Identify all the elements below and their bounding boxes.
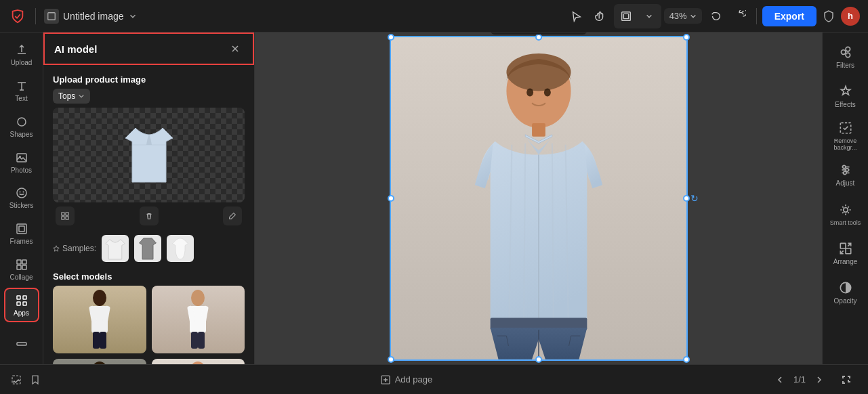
- canvas-area[interactable]: Page 1 ↻: [255, 32, 822, 364]
- canvas-frame[interactable]: ↻: [390, 36, 688, 361]
- upload-area[interactable]: [53, 108, 245, 202]
- svg-point-44: [190, 362, 205, 364]
- model-card-2[interactable]: [152, 286, 245, 353]
- svg-point-72: [841, 50, 846, 55]
- sidebar-item-stickers[interactable]: Stickers: [4, 181, 39, 215]
- svg-point-80: [846, 169, 848, 171]
- right-item-opacity[interactable]: Opacity: [827, 273, 865, 311]
- handle-bm[interactable]: [535, 356, 542, 363]
- sidebar-item-shapes[interactable]: Shapes: [4, 109, 39, 144]
- model-preview: [391, 37, 686, 359]
- right-panel: Filters Effects Remove backgr... Adjust …: [822, 32, 868, 364]
- handle-tm[interactable]: [535, 34, 542, 41]
- topbar: Untitled image 43%: [0, 0, 868, 32]
- svg-rect-30: [93, 332, 100, 349]
- topbar-divider: [35, 8, 36, 24]
- hand-tool-button[interactable]: [590, 5, 611, 27]
- category-dropdown[interactable]: Tops: [53, 89, 90, 104]
- export-button[interactable]: Export: [762, 6, 817, 26]
- sidebar-item-collage[interactable]: Collage: [4, 252, 39, 286]
- right-item-filters[interactable]: Filters: [827, 38, 865, 76]
- svg-rect-37: [198, 332, 205, 349]
- prev-page-button[interactable]: [772, 372, 788, 388]
- upload-section: Upload product image Tops: [53, 74, 245, 225]
- model-figure-3: [53, 359, 146, 364]
- svg-rect-1: [621, 12, 630, 20]
- svg-point-79: [842, 165, 845, 168]
- svg-point-3: [18, 118, 26, 126]
- model-card-4[interactable]: [152, 359, 245, 364]
- sidebar-item-frames[interactable]: Frames: [4, 217, 39, 251]
- user-avatar[interactable]: h: [841, 7, 860, 26]
- sidebar-item-text[interactable]: Text: [4, 74, 39, 108]
- bottom-bar: Add page 1/1: [0, 364, 868, 394]
- undo-button[interactable]: [705, 5, 726, 27]
- models-grid: [53, 286, 245, 364]
- model-figure-2: [152, 286, 245, 353]
- svg-rect-10: [19, 226, 24, 232]
- svg-rect-36: [191, 332, 198, 349]
- frame-tool-button[interactable]: [615, 5, 637, 27]
- topbar-tools: 43% Export h: [565, 4, 860, 28]
- panel-content: Upload product image Tops: [43, 65, 254, 364]
- samples-label: Samples:: [53, 244, 96, 253]
- upload-grid-button[interactable]: [56, 206, 75, 225]
- right-item-smart-tools[interactable]: Smart tools: [827, 195, 865, 233]
- svg-rect-2: [623, 14, 628, 18]
- svg-rect-84: [846, 248, 851, 254]
- rotate-handle[interactable]: ↻: [689, 193, 700, 204]
- svg-rect-11: [17, 260, 21, 264]
- zoom-control[interactable]: 43%: [664, 8, 702, 24]
- model-figure-4: [152, 359, 245, 364]
- page-navigation: 1/1: [772, 372, 827, 388]
- canvas-background: Page 1 ↻: [255, 32, 822, 364]
- sample-thumb-2[interactable]: [134, 235, 161, 262]
- ai-model-panel: AI model Upload product image Tops: [43, 32, 255, 364]
- document-title-text: Untitled image: [63, 11, 124, 22]
- svg-point-26: [93, 290, 106, 306]
- page-number: 1/1: [793, 374, 806, 385]
- right-item-effects[interactable]: Effects: [827, 77, 865, 115]
- upload-delete-button[interactable]: [140, 206, 159, 225]
- panel-close-button[interactable]: [227, 41, 243, 57]
- svg-rect-17: [17, 302, 20, 305]
- save-button[interactable]: [11, 374, 22, 385]
- sidebar-item-apps[interactable]: Apps: [4, 288, 39, 322]
- fullscreen-button[interactable]: [835, 369, 857, 391]
- right-item-adjust[interactable]: Adjust: [827, 156, 865, 194]
- sample-thumb-1[interactable]: [102, 235, 129, 262]
- redo-button[interactable]: [729, 5, 751, 27]
- right-item-remove-bg[interactable]: Remove backgr...: [827, 116, 865, 154]
- zoom-value: 43%: [669, 11, 687, 21]
- sidebar-item-bottom[interactable]: [4, 324, 39, 359]
- frame-tool-dropdown[interactable]: [638, 5, 660, 27]
- document-title[interactable]: Untitled image: [44, 9, 138, 24]
- model-figure-1: [53, 286, 146, 353]
- category-label: Tops: [58, 91, 75, 101]
- next-page-button[interactable]: [811, 372, 827, 388]
- model-card-3[interactable]: [53, 359, 146, 364]
- svg-rect-21: [62, 213, 64, 215]
- handle-br[interactable]: [683, 356, 690, 363]
- handle-bl[interactable]: [388, 356, 394, 363]
- handle-tr[interactable]: [683, 34, 690, 41]
- bookmark-button[interactable]: [30, 374, 41, 385]
- right-item-arrange[interactable]: Arrange: [827, 234, 865, 272]
- sidebar-item-photos[interactable]: Photos: [4, 145, 39, 179]
- select-tool-button[interactable]: [565, 5, 587, 27]
- svg-rect-15: [17, 296, 20, 299]
- svg-point-8: [22, 192, 24, 193]
- upload-edit-button[interactable]: [223, 206, 242, 225]
- sample-thumb-3[interactable]: [167, 235, 194, 262]
- handle-tl[interactable]: [388, 34, 394, 41]
- svg-marker-25: [54, 246, 59, 251]
- handle-ml[interactable]: [388, 195, 394, 202]
- svg-point-73: [846, 47, 850, 51]
- svg-point-6: [17, 188, 26, 198]
- sidebar-item-upload[interactable]: Upload: [4, 38, 39, 72]
- sidebar-bottom-item[interactable]: [4, 324, 39, 359]
- model-card-1[interactable]: [53, 286, 146, 353]
- add-page-button[interactable]: Add page: [380, 374, 433, 385]
- svg-rect-19: [17, 343, 26, 345]
- add-page-label: Add page: [395, 374, 433, 385]
